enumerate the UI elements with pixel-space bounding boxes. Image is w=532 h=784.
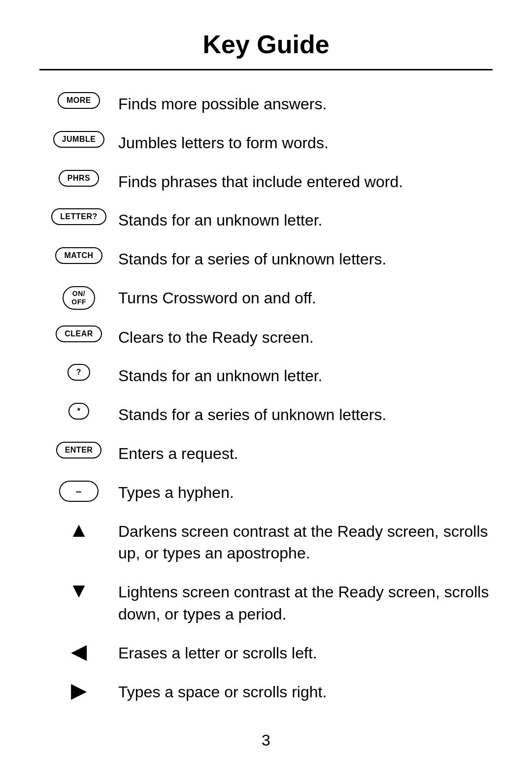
- key-symbol-letter: LETTER?: [39, 206, 118, 225]
- key-btn-enter[interactable]: ENTER: [56, 442, 102, 458]
- key-desc-asterisk: Stands for a series of unknown letters.: [118, 401, 493, 426]
- key-item-right-arrow: ▶Types a space or scrolls right.: [39, 678, 493, 703]
- key-symbol-more: MORE: [39, 90, 118, 109]
- key-btn-clear[interactable]: CLEAR: [56, 326, 102, 342]
- key-item-on-off: ON/OFFTurns Crossword on and off.: [39, 284, 493, 310]
- key-symbol-left-arrow: ◀: [39, 639, 118, 662]
- key-symbol-on-off: ON/OFF: [39, 284, 118, 310]
- arrow-icon-left-arrow: ◀: [71, 641, 87, 662]
- key-item-letter: LETTER?Stands for an unknown letter.: [39, 206, 493, 231]
- key-btn-more[interactable]: MORE: [58, 92, 100, 109]
- key-desc-letter: Stands for an unknown letter.: [118, 206, 493, 231]
- arrow-icon-up-arrow: ▲: [68, 520, 89, 540]
- key-symbol-question: ?: [39, 362, 118, 381]
- key-item-down-arrow: ▼Lightens screen contrast at the Ready s…: [39, 578, 493, 625]
- key-item-hyphen: –Types a hyphen.: [39, 479, 493, 504]
- key-desc-match: Stands for a series of unknown letters.: [118, 245, 493, 270]
- key-symbol-right-arrow: ▶: [39, 678, 118, 701]
- key-desc-down-arrow: Lightens screen contrast at the Ready sc…: [118, 578, 493, 625]
- key-symbol-clear: CLEAR: [39, 324, 118, 342]
- key-btn-letter[interactable]: LETTER?: [51, 208, 106, 225]
- key-symbol-jumble: JUMBLE: [39, 129, 118, 148]
- key-desc-hyphen: Types a hyphen.: [118, 479, 493, 504]
- key-item-phrs: PHRSFinds phrases that include entered w…: [39, 168, 493, 193]
- key-item-question: ?Stands for an unknown letter.: [39, 362, 493, 387]
- key-symbol-phrs: PHRS: [39, 168, 118, 187]
- key-desc-on-off: Turns Crossword on and off.: [118, 284, 493, 309]
- title-divider: [39, 69, 493, 70]
- key-symbol-up-arrow: ▲: [39, 518, 118, 540]
- key-list: MOREFinds more possible answers.JUMBLEJu…: [39, 90, 493, 717]
- key-item-match: MATCHStands for a series of unknown lett…: [39, 245, 493, 270]
- key-desc-left-arrow: Erases a letter or scrolls left.: [118, 639, 493, 664]
- key-desc-jumble: Jumbles letters to form words.: [118, 129, 493, 154]
- key-item-enter: ENTEREnters a request.: [39, 440, 493, 465]
- page-title: Key Guide: [39, 30, 493, 59]
- key-symbol-match: MATCH: [39, 245, 118, 264]
- key-item-clear: CLEARClears to the Ready screen.: [39, 324, 493, 349]
- key-desc-question: Stands for an unknown letter.: [118, 362, 493, 387]
- key-desc-right-arrow: Types a space or scrolls right.: [118, 678, 493, 703]
- arrow-icon-down-arrow: ▼: [68, 580, 89, 601]
- key-item-asterisk: *Stands for a series of unknown letters.: [39, 401, 493, 426]
- key-btn-phrs[interactable]: PHRS: [59, 170, 99, 187]
- key-btn-match[interactable]: MATCH: [55, 247, 102, 264]
- key-btn-on-off[interactable]: ON/OFF: [63, 286, 95, 310]
- key-symbol-down-arrow: ▼: [39, 578, 118, 601]
- key-desc-enter: Enters a request.: [118, 440, 493, 465]
- key-desc-up-arrow: Darkens screen contrast at the Ready scr…: [118, 518, 493, 565]
- key-item-left-arrow: ◀Erases a letter or scrolls left.: [39, 639, 493, 664]
- key-item-more: MOREFinds more possible answers.: [39, 90, 493, 115]
- key-symbol-hyphen: –: [39, 479, 118, 502]
- key-desc-clear: Clears to the Ready screen.: [118, 324, 493, 349]
- key-btn-jumble[interactable]: JUMBLE: [53, 131, 105, 148]
- key-symbol-enter: ENTER: [39, 440, 118, 458]
- key-item-up-arrow: ▲Darkens screen contrast at the Ready sc…: [39, 518, 493, 565]
- key-desc-phrs: Finds phrases that include entered word.: [118, 168, 493, 193]
- key-symbol-asterisk: *: [39, 401, 118, 420]
- key-btn-question[interactable]: ?: [67, 364, 90, 381]
- page-number: 3: [39, 731, 493, 750]
- key-btn-hyphen[interactable]: –: [59, 481, 99, 502]
- key-btn-asterisk[interactable]: *: [68, 403, 90, 420]
- page: Key Guide MOREFinds more possible answer…: [0, 0, 532, 784]
- arrow-icon-right-arrow: ▶: [71, 680, 87, 701]
- key-desc-more: Finds more possible answers.: [118, 90, 493, 115]
- key-item-jumble: JUMBLEJumbles letters to form words.: [39, 129, 493, 154]
